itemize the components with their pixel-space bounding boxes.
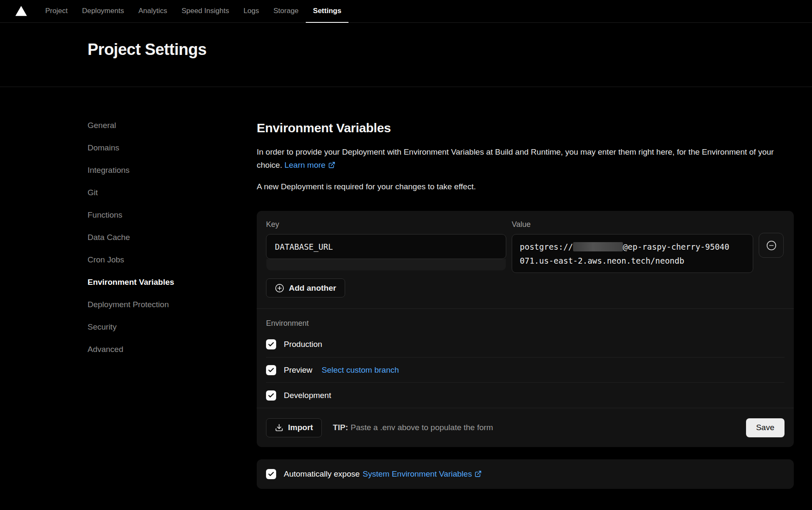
- key-label: Key: [266, 220, 506, 229]
- sidebar-item-advanced[interactable]: Advanced: [88, 345, 257, 354]
- page-header: Project Settings: [0, 23, 812, 87]
- section-description: In order to provide your Deployment with…: [257, 145, 794, 172]
- page-title: Project Settings: [88, 41, 812, 59]
- sidebar-item-functions[interactable]: Functions: [88, 210, 257, 220]
- key-input-suggestion-strip: [266, 259, 506, 270]
- tip-prefix: TIP:: [333, 423, 348, 432]
- key-input[interactable]: DATABASE_URL: [266, 234, 506, 259]
- development-checkbox[interactable]: [266, 390, 276, 401]
- nav-tab-project[interactable]: Project: [38, 0, 75, 23]
- production-checkbox[interactable]: [266, 339, 276, 349]
- value-prefix: postgres://: [520, 242, 573, 251]
- value-input[interactable]: postgres://@ep-raspy-cherry-95040071.us-…: [512, 234, 753, 273]
- learn-more-label: Learn more: [284, 161, 325, 169]
- nav-tab-analytics[interactable]: Analytics: [131, 0, 174, 23]
- learn-more-link[interactable]: Learn more: [284, 161, 335, 169]
- value-column: Value postgres://@ep-raspy-cherry-950400…: [512, 220, 753, 297]
- environment-rows: Production Preview Select custom branch …: [266, 332, 785, 408]
- value-line1-suffix: @ep-raspy-cherry-95040: [623, 242, 730, 251]
- download-icon: [275, 423, 283, 432]
- environment-section-label: Environment: [266, 319, 785, 328]
- auto-expose-checkbox[interactable]: [266, 469, 276, 479]
- production-label: Production: [284, 340, 322, 349]
- add-another-label: Add another: [289, 284, 336, 293]
- sidebar-item-data-cache[interactable]: Data Cache: [88, 233, 257, 242]
- preview-label: Preview: [284, 365, 313, 375]
- env-variables-card: Key DATABASE_URL Add another Value postg…: [257, 211, 794, 447]
- main-panel: Environment Variables In order to provid…: [257, 121, 794, 489]
- redacted-credentials-block: [573, 242, 623, 251]
- import-label: Import: [288, 423, 313, 432]
- sidebar-item-general[interactable]: General: [88, 121, 257, 130]
- value-label: Value: [512, 220, 753, 229]
- nav-tab-settings[interactable]: Settings: [306, 0, 348, 23]
- key-input-value: DATABASE_URL: [275, 242, 333, 251]
- sidebar-item-cron-jobs[interactable]: Cron Jobs: [88, 255, 257, 265]
- env-row-preview: Preview Select custom branch: [266, 357, 785, 382]
- add-another-button[interactable]: Add another: [266, 278, 345, 297]
- external-link-icon: [475, 470, 482, 477]
- system-env-variables-label: System Environment Variables: [363, 469, 472, 478]
- project-settings-page: Project Deployments Analytics Speed Insi…: [0, 0, 812, 510]
- content-area: General Domains Integrations Git Functio…: [0, 87, 812, 489]
- key-column: Key DATABASE_URL Add another: [266, 220, 506, 297]
- auto-expose-card: Automatically expose System Environment …: [257, 459, 794, 489]
- external-link-icon: [328, 161, 335, 169]
- sidebar-item-git[interactable]: Git: [88, 188, 257, 197]
- sidebar-item-security[interactable]: Security: [88, 322, 257, 332]
- nav-tab-deployments[interactable]: Deployments: [75, 0, 131, 23]
- sidebar-item-integrations[interactable]: Integrations: [88, 166, 257, 175]
- deployment-note: A new Deployment is required for your ch…: [257, 180, 794, 193]
- import-button[interactable]: Import: [266, 418, 322, 437]
- card-footer: Import TIP:Paste a .env above to populat…: [266, 408, 785, 447]
- auto-expose-text: Automatically expose: [284, 469, 360, 479]
- sidebar-item-deployment-protection[interactable]: Deployment Protection: [88, 300, 257, 309]
- sidebar-item-environment-variables[interactable]: Environment Variables: [88, 278, 257, 287]
- section-heading: Environment Variables: [257, 121, 794, 135]
- select-custom-branch-link[interactable]: Select custom branch: [322, 365, 399, 375]
- env-row-development: Development: [266, 382, 785, 408]
- remove-row-button[interactable]: [759, 233, 784, 258]
- nav-tab-storage[interactable]: Storage: [266, 0, 306, 23]
- preview-checkbox[interactable]: [266, 365, 276, 375]
- settings-sidebar: General Domains Integrations Git Functio…: [88, 121, 257, 489]
- tip-text: Paste a .env above to populate the form: [351, 423, 493, 432]
- minus-circle-icon: [766, 240, 777, 251]
- section-divider: [257, 308, 794, 309]
- env-row-production: Production: [266, 332, 785, 357]
- vercel-logo[interactable]: [0, 0, 38, 22]
- import-tip: TIP:Paste a .env above to populate the f…: [333, 423, 493, 432]
- nav-tab-logs[interactable]: Logs: [236, 0, 266, 23]
- sidebar-item-domains[interactable]: Domains: [88, 143, 257, 153]
- system-env-variables-link[interactable]: System Environment Variables: [363, 469, 482, 479]
- value-line2: 071.us-east-2.aws.neon.tech/neondb: [520, 256, 684, 265]
- top-nav: Project Deployments Analytics Speed Insi…: [0, 0, 812, 23]
- plus-circle-icon: [275, 284, 284, 293]
- nav-tab-speed-insights[interactable]: Speed Insights: [174, 0, 236, 23]
- key-value-row: Key DATABASE_URL Add another Value postg…: [266, 220, 785, 297]
- development-label: Development: [284, 391, 331, 400]
- save-button[interactable]: Save: [746, 418, 785, 437]
